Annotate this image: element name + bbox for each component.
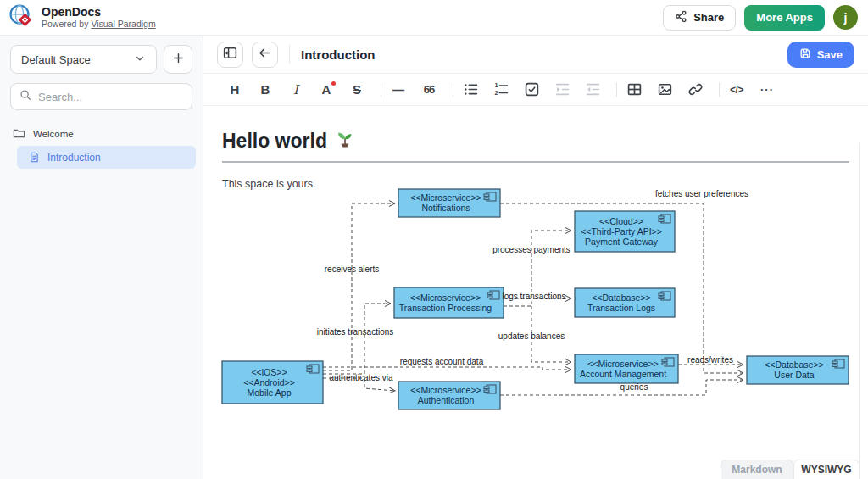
share-label: Share — [693, 11, 724, 24]
outdent-icon — [586, 82, 600, 97]
header-actions: Share More Apps j — [663, 5, 858, 31]
more-button[interactable]: ··· — [759, 81, 776, 99]
indent-button — [554, 81, 570, 99]
search-input[interactable] — [10, 83, 192, 110]
doc-header: Introduction Save — [203, 36, 868, 74]
save-button[interactable]: Save — [787, 42, 854, 68]
heading-button[interactable]: H — [226, 81, 243, 99]
blockquote-icon: 66 — [424, 83, 434, 96]
document-heading: Hello world — [222, 128, 849, 153]
search-icon — [19, 89, 31, 104]
scrollbar-track[interactable] — [859, 143, 860, 479]
wysiwyg-mode-button[interactable]: WYSIWYG — [793, 460, 860, 479]
font-color-icon: A — [322, 82, 331, 97]
link-button[interactable] — [687, 81, 704, 99]
app-name: OpenDocs — [42, 6, 156, 19]
image-icon — [658, 82, 672, 97]
seedling-emoji — [335, 128, 355, 153]
more-icon: ··· — [760, 83, 774, 96]
sidebar-item-introduction[interactable]: Introduction — [17, 146, 196, 169]
back-arrow-icon — [258, 46, 272, 63]
share-icon — [675, 10, 687, 25]
page-icon — [29, 152, 40, 163]
table-button[interactable] — [626, 81, 643, 99]
sidebar-item-welcome[interactable]: Welcome — [0, 123, 203, 144]
brand: OpenDocs Powered by Visual Paradigm — [8, 3, 156, 32]
panel-toggle-icon — [223, 46, 237, 63]
document-heading-text: Hello world — [222, 130, 327, 153]
bold-button[interactable]: B — [257, 81, 274, 99]
plus-icon — [172, 52, 185, 67]
font-color-button[interactable]: A — [318, 81, 335, 99]
space-selector[interactable]: Default Space — [10, 45, 157, 74]
indent-icon — [555, 82, 570, 97]
svg-text:2: 2 — [494, 89, 498, 97]
horizontal-rule-icon: — — [392, 83, 404, 97]
bullet-list-button[interactable] — [462, 81, 479, 99]
bullet-list-icon — [464, 82, 478, 97]
strikethrough-icon: S — [353, 82, 361, 97]
blockquote-button[interactable]: 66 — [420, 81, 437, 99]
share-button[interactable]: Share — [663, 5, 736, 31]
editor-toolbar: HBIAS—6612</>··· — [203, 74, 868, 106]
chevron-down-icon — [134, 53, 146, 67]
table-icon — [627, 82, 642, 97]
sidebar-item-label: Introduction — [47, 152, 101, 164]
back-button[interactable] — [252, 42, 278, 68]
strikethrough-button[interactable]: S — [348, 81, 365, 99]
markdown-mode-button[interactable]: Markdown — [721, 460, 793, 479]
bold-icon: B — [261, 82, 270, 97]
mode-toggle: Markdown WYSIWYG — [721, 460, 860, 479]
body-text: This space is yours. — [222, 178, 849, 190]
opendocs-logo-icon — [8, 3, 34, 32]
add-page-button[interactable] — [164, 45, 192, 74]
space-selector-value: Default Space — [21, 53, 91, 66]
powered-by: Powered by Visual Paradigm — [42, 19, 156, 30]
page-title: Introduction — [301, 47, 779, 62]
outdent-button — [584, 81, 601, 99]
divider — [289, 45, 290, 64]
toolbar-divider — [453, 82, 453, 97]
avatar[interactable]: j — [833, 5, 858, 30]
toolbar-divider — [719, 82, 720, 97]
italic-icon: I — [293, 82, 298, 97]
horizontal-rule-button[interactable]: — — [390, 81, 407, 99]
toolbar-divider — [381, 82, 381, 97]
ordered-list-icon: 12 — [494, 82, 509, 97]
editor-pane: Introduction Save HBIAS—6612</>··· Hello… — [203, 36, 868, 479]
save-icon — [799, 47, 811, 62]
link-icon — [688, 82, 703, 97]
task-list-button[interactable] — [523, 81, 540, 99]
sidebar-item-label: Welcome — [33, 129, 74, 139]
folder-icon — [13, 127, 25, 140]
image-button[interactable] — [656, 81, 673, 99]
heading-icon: H — [231, 82, 240, 97]
visual-paradigm-link[interactable]: Visual Paradigm — [91, 19, 155, 29]
document-canvas[interactable]: Hello world This space is yours. — [203, 106, 868, 190]
page-tree: WelcomeIntroduction — [0, 123, 203, 169]
task-list-icon — [525, 82, 539, 97]
opendocs-app: OpenDocs Powered by Visual Paradigm Shar… — [0, 0, 868, 479]
ordered-list-button[interactable]: 12 — [492, 81, 509, 99]
toolbar-divider — [616, 82, 617, 97]
more-apps-button[interactable]: More Apps — [744, 5, 825, 31]
code-block-button[interactable]: </> — [728, 81, 745, 99]
search-field[interactable] — [38, 91, 183, 103]
code-block-icon: </> — [730, 84, 743, 96]
powered-by-text: Powered by — [42, 19, 88, 29]
title-divider — [222, 161, 849, 163]
save-label: Save — [817, 48, 843, 61]
toggle-sidebar-button[interactable] — [217, 42, 243, 68]
top-header: OpenDocs Powered by Visual Paradigm Shar… — [0, 0, 868, 36]
italic-button[interactable]: I — [287, 81, 304, 99]
sidebar: Default Space WelcomeIntroduction — [0, 36, 203, 479]
